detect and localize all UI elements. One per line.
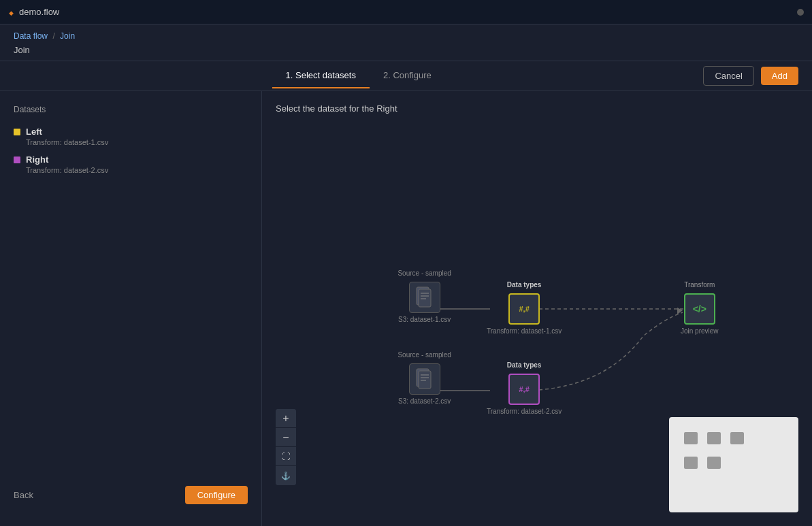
svg-rect-5 bbox=[419, 289, 431, 307]
datatypes-top-sub: Transform: dataset-1.csv bbox=[487, 327, 562, 335]
dataset-right-sub: Transform: dataset-2.csv bbox=[14, 166, 248, 174]
tab-group: 1. Select datasets 2. Configure bbox=[14, 63, 703, 88]
titlebar: ⬥ demo.flow bbox=[0, 0, 812, 24]
dataset-left-name: Left bbox=[26, 127, 42, 137]
datasets-header: Datasets bbox=[0, 105, 261, 114]
source-top-title: Source - sampled bbox=[397, 269, 451, 277]
page-header: Data flow / Join Join bbox=[0, 24, 812, 61]
datatypes-bottom-title: Data types bbox=[507, 361, 542, 369]
svg-rect-10 bbox=[419, 371, 431, 389]
minimap-dot bbox=[730, 432, 744, 444]
right-panel: Select the dataset for the Right bbox=[262, 91, 812, 526]
dataset-left-sub: Transform: dataset-1.csv bbox=[14, 138, 248, 146]
dataset-left-label: Left bbox=[14, 127, 248, 137]
transform-sub: Join preview bbox=[681, 327, 719, 335]
zoom-in-button[interactable]: + bbox=[276, 409, 296, 428]
cancel-button[interactable]: Cancel bbox=[703, 66, 753, 86]
title-dot bbox=[797, 9, 804, 16]
left-panel: Datasets Left Transform: dataset-1.csv R… bbox=[0, 91, 262, 526]
source-bottom-sub: S3: dataset-2.csv bbox=[398, 397, 451, 405]
app-container: Data flow / Join Join 1. Select datasets… bbox=[0, 24, 812, 526]
minimap-dot bbox=[707, 432, 721, 444]
datatypes-top-title: Data types bbox=[507, 281, 542, 289]
tab-configure[interactable]: 2. Configure bbox=[370, 63, 445, 88]
datatypes-bottom-box[interactable]: #,# bbox=[508, 374, 540, 405]
left-footer: Back Configure bbox=[0, 478, 261, 512]
panel-instruction: Select the dataset for the Right bbox=[262, 91, 812, 122]
datatypes-top-text: #,# bbox=[519, 305, 529, 313]
breadcrumb-current: Join bbox=[60, 31, 75, 41]
breadcrumb-sep: / bbox=[52, 31, 54, 41]
add-button[interactable]: Add bbox=[761, 67, 798, 85]
transform-box[interactable]: </> bbox=[684, 293, 715, 325]
source-bottom-box[interactable] bbox=[409, 363, 440, 395]
back-button[interactable]: Back bbox=[14, 486, 33, 504]
minimap-dot bbox=[707, 457, 721, 469]
lock-button[interactable]: ⚓ bbox=[276, 466, 296, 485]
source-top-box[interactable] bbox=[409, 282, 440, 313]
source-bottom-title: Source - sampled bbox=[397, 351, 451, 359]
breadcrumb-link[interactable]: Data flow bbox=[14, 31, 48, 41]
right-color-dot bbox=[14, 157, 20, 163]
zoom-controls: + − ⛶ ⚓ bbox=[276, 409, 296, 485]
dataset-right-name: Right bbox=[26, 154, 48, 165]
breadcrumb: Data flow / Join bbox=[14, 31, 798, 41]
header-actions: Cancel Add bbox=[703, 66, 798, 86]
datatypes-bottom-text: #,# bbox=[519, 385, 529, 393]
minimap-dot bbox=[684, 457, 698, 469]
app-title: demo.flow bbox=[19, 7, 59, 17]
list-item[interactable]: Left Transform: dataset-1.csv bbox=[0, 122, 261, 150]
page-title: Join bbox=[14, 45, 798, 55]
app-logo: ⬥ bbox=[8, 7, 14, 18]
main-body: Datasets Left Transform: dataset-1.csv R… bbox=[0, 91, 812, 526]
source-node-bottom: Source - sampled S3: dataset-2.csv bbox=[398, 363, 451, 405]
transform-node: Transform </> Join preview bbox=[681, 293, 719, 335]
list-item[interactable]: Right Transform: dataset-2.csv bbox=[0, 150, 261, 178]
dataset-right-label: Right bbox=[14, 154, 248, 165]
transform-text: </> bbox=[693, 303, 707, 314]
source-file-icon-bottom bbox=[415, 368, 434, 390]
datatypes-top-node: Data types #,# Transform: dataset-1.csv bbox=[487, 293, 562, 335]
minimap-dot bbox=[684, 432, 698, 444]
transform-title: Transform bbox=[684, 281, 715, 289]
fit-view-button[interactable]: ⛶ bbox=[276, 447, 296, 466]
datatypes-bottom-sub: Transform: dataset-2.csv bbox=[487, 408, 562, 415]
datatypes-bottom-node: Data types #,# Transform: dataset-2.csv bbox=[487, 374, 562, 415]
zoom-out-button[interactable]: − bbox=[276, 428, 296, 447]
configure-button[interactable]: Configure bbox=[185, 486, 248, 504]
header-row: 1. Select datasets 2. Configure Cancel A… bbox=[0, 61, 812, 91]
source-node-top: Source - sampled S3: dataset-1.csv bbox=[398, 282, 451, 323]
tab-select-datasets[interactable]: 1. Select datasets bbox=[272, 63, 370, 88]
datatypes-top-box[interactable]: #,# bbox=[508, 293, 540, 325]
left-color-dot bbox=[14, 129, 20, 135]
flow-canvas: Source - sampled S3: dataset-1.csv bbox=[262, 125, 812, 526]
source-top-sub: S3: dataset-1.csv bbox=[398, 316, 451, 323]
source-file-icon bbox=[415, 286, 434, 308]
minimap bbox=[669, 417, 798, 512]
